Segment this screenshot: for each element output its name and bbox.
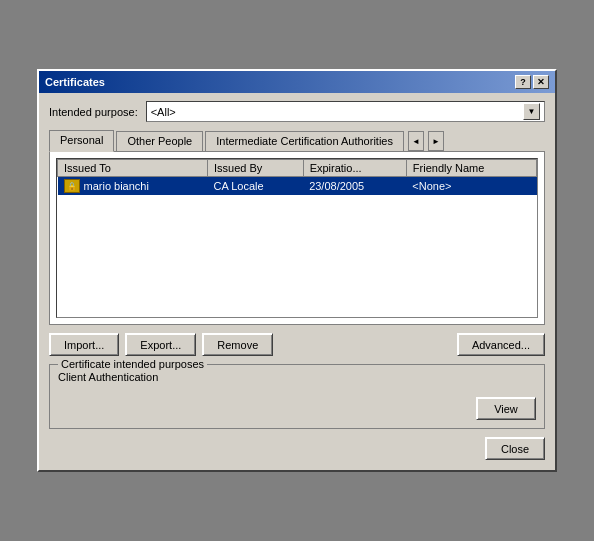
tab-scroll-buttons: ◄ ► — [408, 131, 446, 151]
table-row[interactable]: 🔒 mario bianchi CA Locale 23/08/2005 <No… — [58, 177, 537, 196]
purposes-text: Client Authentication — [58, 371, 536, 389]
col-issued-by[interactable]: Issued By — [207, 160, 303, 177]
tab-scroll-left-btn[interactable]: ◄ — [408, 131, 424, 151]
purposes-legend: Certificate intended purposes — [58, 358, 207, 370]
purposes-bottom: View — [58, 397, 536, 420]
tabs-wrapper: Personal Other People Intermediate Certi… — [49, 130, 545, 151]
remove-button[interactable]: Remove — [202, 333, 273, 356]
action-buttons-row: Import... Export... Remove Advanced... — [49, 333, 545, 356]
cell-issued-to: 🔒 mario bianchi — [58, 177, 208, 195]
export-button[interactable]: Export... — [125, 333, 196, 356]
help-button[interactable]: ? — [515, 75, 531, 89]
purposes-group: Certificate intended purposes Client Aut… — [49, 364, 545, 429]
tabs-container: Personal Other People Intermediate Certi… — [49, 130, 406, 151]
col-issued-to[interactable]: Issued To — [58, 160, 208, 177]
intended-purpose-label: Intended purpose: — [49, 106, 138, 118]
certificates-dialog: Certificates ? ✕ Intended purpose: <All>… — [37, 69, 557, 472]
advanced-button-wrapper: Advanced... — [457, 333, 545, 356]
certificates-table-area: Issued To Issued By Expiratio... Friendl… — [56, 158, 538, 318]
advanced-button[interactable]: Advanced... — [457, 333, 545, 356]
title-bar-buttons: ? ✕ — [515, 75, 549, 89]
tab-other-people[interactable]: Other People — [116, 131, 203, 151]
tab-scroll-right-btn[interactable]: ► — [428, 131, 444, 151]
col-expiration[interactable]: Expiratio... — [303, 160, 406, 177]
cell-friendly-name: <None> — [406, 177, 536, 196]
close-button[interactable]: ✕ — [533, 75, 549, 89]
import-button[interactable]: Import... — [49, 333, 119, 356]
dropdown-value: <All> — [151, 106, 176, 118]
dialog-title: Certificates — [45, 76, 105, 88]
view-button[interactable]: View — [476, 397, 536, 420]
cert-icon: 🔒 — [64, 179, 80, 193]
intended-purpose-row: Intended purpose: <All> ▼ — [49, 101, 545, 122]
certificates-table: Issued To Issued By Expiratio... Friendl… — [57, 159, 537, 195]
tab-intermediate[interactable]: Intermediate Certification Authorities — [205, 131, 404, 151]
dropdown-arrow-icon[interactable]: ▼ — [523, 103, 540, 120]
col-friendly-name[interactable]: Friendly Name — [406, 160, 536, 177]
cell-expiration: 23/08/2005 — [303, 177, 406, 196]
tab-content: Issued To Issued By Expiratio... Friendl… — [49, 151, 545, 325]
tab-personal[interactable]: Personal — [49, 130, 114, 152]
cell-issued-by: CA Locale — [207, 177, 303, 196]
close-dialog-button[interactable]: Close — [485, 437, 545, 460]
intended-purpose-dropdown[interactable]: <All> ▼ — [146, 101, 545, 122]
close-row: Close — [49, 437, 545, 460]
dialog-body: Intended purpose: <All> ▼ Personal Other… — [39, 93, 555, 470]
title-bar: Certificates ? ✕ — [39, 71, 555, 93]
